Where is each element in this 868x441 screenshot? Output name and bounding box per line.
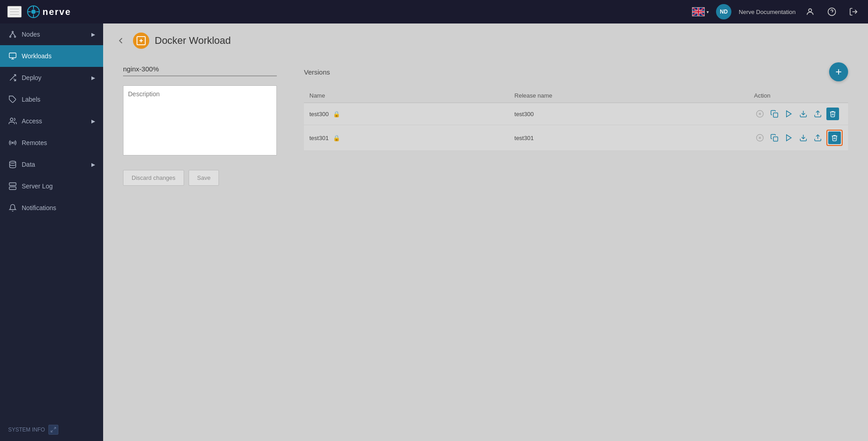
hamburger-button[interactable]	[7, 6, 22, 18]
svg-rect-15	[9, 53, 16, 58]
download-action-button[interactable]	[797, 108, 809, 120]
cell-actions	[749, 125, 848, 151]
deploy-action-button[interactable]	[783, 132, 795, 144]
svg-point-21	[10, 118, 13, 121]
form-actions: Discard changes Save	[123, 170, 277, 186]
logout-button[interactable]	[846, 5, 861, 19]
user-avatar[interactable]: ND	[716, 4, 731, 19]
svg-line-13	[10, 33, 13, 36]
download-action-button[interactable]	[797, 132, 809, 144]
svg-marker-44	[787, 135, 792, 141]
topbar-left: nerve	[7, 5, 71, 18]
flag-icon	[692, 7, 705, 16]
col-release-name: Release name	[509, 89, 749, 103]
system-info-expand-button[interactable]	[48, 425, 58, 435]
arrow-icon: ▶	[91, 118, 95, 124]
form-left: Discard changes Save	[123, 62, 277, 186]
versions-section: Versions + Name Release name Action test…	[304, 62, 848, 186]
action-buttons	[754, 130, 843, 146]
versions-table-body: test300 🔒 test300	[304, 103, 848, 151]
lock-icon: 🔒	[333, 111, 340, 117]
svg-rect-25	[9, 187, 16, 190]
arrow-icon: ▶	[91, 75, 95, 81]
versions-title: Versions	[304, 68, 330, 76]
arrow-icon: ▶	[91, 162, 95, 168]
nerve-logo: nerve	[27, 5, 71, 18]
sidebar-label-server-log: Server Log	[22, 183, 52, 190]
arrow-icon: ▶	[91, 32, 95, 38]
doc-link[interactable]: Nerve Documentation	[739, 9, 796, 15]
save-button[interactable]: Save	[189, 170, 219, 186]
form-section: Discard changes Save Versions + Name Rel…	[114, 62, 857, 186]
sidebar-label-data: Data	[22, 161, 35, 168]
language-selector[interactable]: ▾	[692, 7, 709, 16]
delete-highlight-wrapper	[826, 108, 839, 120]
page-header: Docker Workload	[114, 33, 857, 49]
svg-point-6	[809, 9, 812, 12]
copy-action-button[interactable]	[768, 132, 780, 144]
table-row: test301 🔒 test301	[304, 125, 848, 151]
workload-name-input[interactable]	[123, 62, 277, 76]
export-action-button[interactable]	[812, 132, 824, 144]
topbar-right: ▾ ND Nerve Documentation	[692, 4, 861, 19]
svg-rect-36	[773, 113, 778, 117]
help-button[interactable]	[825, 5, 839, 19]
sidebar-item-deploy[interactable]: Deploy ▶	[0, 67, 103, 89]
profile-button[interactable]	[803, 5, 817, 19]
cell-release-name: test301	[509, 125, 749, 151]
sidebar-item-server-log[interactable]: Server Log	[0, 175, 103, 197]
back-button[interactable]	[114, 34, 128, 47]
svg-point-11	[9, 36, 11, 38]
export-action-button[interactable]	[812, 108, 824, 120]
access-icon	[8, 117, 17, 126]
sidebar-item-labels[interactable]: Labels	[0, 89, 103, 110]
svg-point-1	[31, 9, 36, 14]
sidebar-item-access[interactable]: Access ▶	[0, 110, 103, 132]
sidebar-spacer	[0, 219, 103, 418]
sidebar-label-labels: Labels	[22, 96, 40, 103]
svg-line-29	[51, 430, 53, 432]
col-action: Action	[749, 89, 848, 103]
nerve-logo-icon	[27, 5, 40, 18]
system-info-label: SYSTEM INFO	[8, 427, 45, 433]
sidebar-item-notifications[interactable]: Notifications	[0, 197, 103, 219]
description-textarea[interactable]	[123, 85, 277, 155]
sidebar-item-nodes[interactable]: Nodes ▶	[0, 23, 103, 45]
sidebar-item-remotes[interactable]: Remotes	[0, 132, 103, 154]
sidebar: Nodes ▶ Workloads Deploy ▶	[0, 23, 103, 441]
sidebar-label-access: Access	[22, 117, 42, 125]
delete-action-button[interactable]	[828, 131, 841, 144]
cell-actions	[749, 103, 848, 125]
cell-name: test301 🔒	[304, 125, 509, 151]
deploy-action-button[interactable]	[783, 108, 795, 120]
action-buttons	[754, 108, 843, 120]
table-header: Name Release name Action	[304, 89, 848, 103]
cell-name: test300 🔒	[304, 103, 509, 125]
svg-line-28	[54, 427, 56, 429]
sidebar-label-notifications: Notifications	[22, 204, 56, 211]
data-icon	[8, 160, 17, 169]
versions-header-row: Versions +	[304, 62, 848, 81]
discard-button[interactable]: Discard changes	[123, 170, 184, 186]
sidebar-item-workloads[interactable]: Workloads	[0, 45, 103, 67]
chevron-down-icon: ▾	[707, 9, 709, 14]
delete-action-button[interactable]	[826, 108, 839, 120]
delete-highlight-wrapper	[826, 130, 843, 146]
nodes-icon	[8, 30, 17, 39]
svg-rect-43	[773, 137, 778, 141]
cell-release-name: test300	[509, 103, 749, 125]
svg-line-14	[13, 33, 15, 36]
add-version-button[interactable]: +	[829, 62, 848, 81]
copy-action-button[interactable]	[768, 108, 780, 120]
sidebar-item-data[interactable]: Data ▶	[0, 154, 103, 175]
cancel-action-button[interactable]	[754, 108, 766, 120]
sidebar-label-nodes: Nodes	[22, 31, 40, 38]
svg-point-12	[14, 36, 16, 38]
main-layout: Nodes ▶ Workloads Deploy ▶	[0, 23, 868, 441]
notifications-icon	[8, 203, 17, 212]
versions-table: Name Release name Action test300 🔒 test3…	[304, 89, 848, 151]
labels-icon	[8, 95, 17, 104]
svg-marker-37	[787, 111, 792, 117]
system-info[interactable]: SYSTEM INFO	[0, 418, 103, 441]
cancel-action-button[interactable]	[754, 132, 766, 144]
